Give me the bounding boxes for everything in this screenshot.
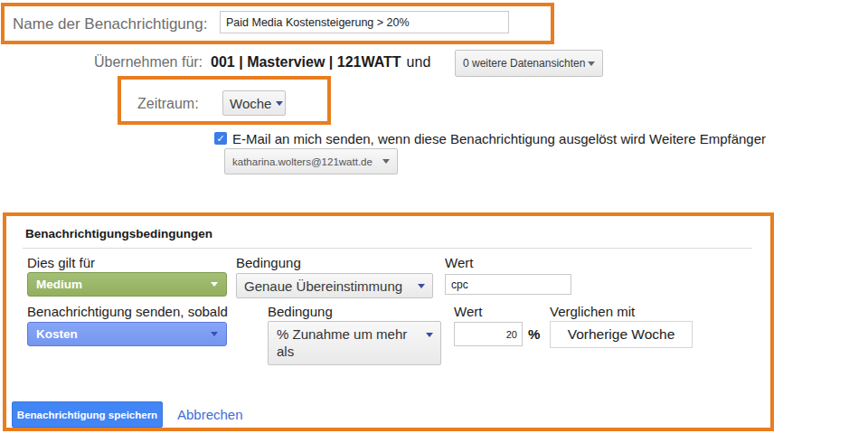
condition1-label: Bedingung: [236, 255, 301, 270]
send-when-label: Benachrichtigung senden, sobald: [27, 304, 228, 319]
value1-label: Wert: [445, 255, 473, 270]
dimension-select[interactable]: Medium: [27, 272, 227, 297]
dimension-select-value: Medium: [36, 278, 82, 291]
match-type-value: Genaue Übereinstimmung: [244, 278, 402, 294]
email-recipient-dropdown[interactable]: katharina.wolters@121watt.de: [224, 148, 398, 174]
change-type-dropdown[interactable]: % Zunahme um mehr als: [268, 321, 441, 365]
save-alert-button[interactable]: Benachrichtigung speichern: [12, 401, 163, 428]
chevron-down-icon: [276, 101, 283, 106]
custom-alert-form: Name der Benachrichtigung: Übernehmen fü…: [0, 0, 868, 443]
threshold-input[interactable]: [454, 322, 523, 346]
chevron-down-icon: [211, 332, 218, 336]
conditions-title: Benachrichtigungsbedingungen: [25, 227, 212, 240]
alert-name-input[interactable]: [220, 11, 509, 33]
conditions-divider: [23, 248, 752, 249]
save-alert-button-label: Benachrichtigung speichern: [17, 410, 157, 420]
email-recipient-value: katharina.wolters@121watt.de: [232, 156, 373, 167]
metric-select[interactable]: Kosten: [27, 322, 227, 346]
applies-to-label: Dies gilt für: [27, 255, 95, 270]
additional-views-dropdown[interactable]: 0 weitere Datenansichten: [455, 50, 603, 77]
apply-to-view-name: 001 | Masterview | 121WATT: [211, 54, 401, 71]
chevron-down-icon: [418, 284, 425, 288]
compare-period-value: Vorherige Woche: [568, 326, 675, 343]
apply-to-conjunction: und: [407, 54, 431, 71]
change-type-value: % Zunahme um mehr als: [277, 326, 420, 361]
period-dropdown[interactable]: Woche: [222, 90, 286, 116]
alert-name-label: Name der Benachrichtigung:: [13, 15, 207, 33]
match-value-input[interactable]: [445, 274, 571, 295]
value2-label: Wert: [454, 304, 482, 319]
period-dropdown-value: Woche: [230, 96, 271, 111]
match-type-dropdown[interactable]: Genaue Übereinstimmung: [236, 273, 433, 298]
metric-select-value: Kosten: [36, 327, 78, 341]
compare-label: Verglichen mit: [550, 304, 635, 319]
cancel-link[interactable]: Abbrechen: [177, 407, 243, 422]
period-label: Zeitraum:: [137, 96, 199, 112]
chevron-down-icon: [211, 282, 218, 287]
compare-period-box[interactable]: Vorherige Woche: [550, 321, 693, 348]
percent-sign: %: [528, 326, 540, 342]
email-checkbox[interactable]: [214, 132, 227, 145]
chevron-down-icon: [588, 61, 595, 66]
chevron-down-icon: [426, 333, 433, 337]
chevron-down-icon: [382, 159, 390, 164]
apply-to-label: Übernehmen für:: [94, 54, 203, 71]
condition2-label: Bedingung: [268, 304, 333, 319]
email-checkbox-label: E-Mail an mich senden, wenn diese Benach…: [232, 131, 766, 146]
additional-views-dropdown-label: 0 weitere Datenansichten: [463, 57, 585, 70]
